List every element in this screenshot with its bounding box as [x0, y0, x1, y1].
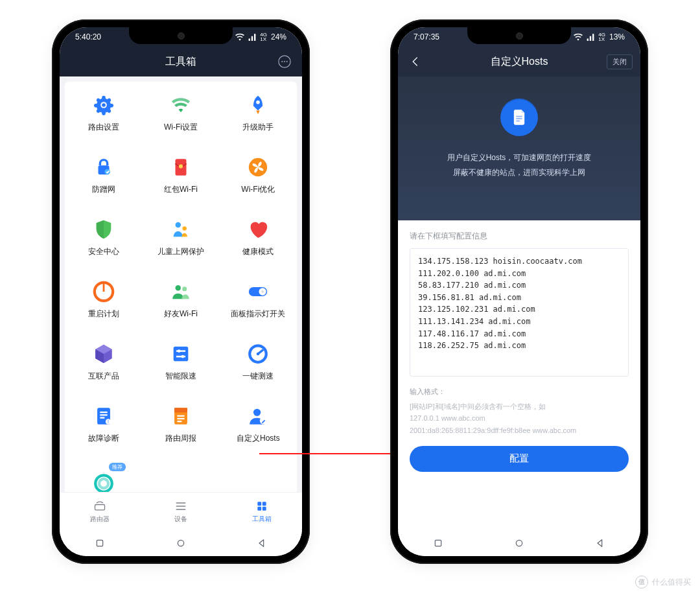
tool-panel-led[interactable]: 面板指示灯开关 — [220, 268, 297, 331]
hero-line-1: 用户自定义Hosts，可加速网页的打开速度 — [447, 150, 592, 165]
svg-rect-45 — [257, 502, 261, 506]
tool-upgrade-assist[interactable]: 升级助手 — [220, 82, 297, 144]
hint-example-2: 2001:da8:265:8811:29a:9dff:fe9f:b8ee www… — [410, 425, 629, 437]
tool-security-center[interactable]: 安全中心 — [65, 206, 142, 268]
svg-text:!: ! — [108, 419, 109, 425]
phone-left-frame: 5:40:20 4G1X 24% 工具箱 路由设置Wi-Fi设置升级助手防蹭网红… — [52, 19, 310, 564]
wifi-status-icon — [235, 33, 244, 41]
svg-point-3 — [286, 61, 288, 62]
page-title: 工具箱 — [165, 55, 196, 69]
tool-custom-hosts[interactable]: 自定义Hosts — [220, 393, 297, 455]
svg-point-24 — [178, 349, 181, 353]
svg-point-43 — [99, 479, 108, 488]
tool-wifi-optimize[interactable]: Wi-Fi优化 — [220, 144, 297, 206]
hosts-textarea[interactable]: 134.175.158.123 hoisin.coocaatv.com 111.… — [410, 248, 629, 377]
chevron-left-icon — [410, 56, 421, 67]
status-net: 4G1X — [260, 32, 267, 41]
nav-home[interactable] — [167, 537, 194, 549]
tab-router[interactable]: 路由器 — [60, 493, 141, 530]
wifi-icon — [169, 93, 192, 117]
textarea-label: 请在下框填写配置信息 — [410, 231, 629, 242]
tool-label: Wi-Fi设置 — [164, 122, 198, 133]
nav-back[interactable] — [587, 537, 614, 549]
svg-rect-37 — [177, 415, 184, 416]
tool-label: 好友Wi-Fi — [164, 309, 198, 320]
wifi-status-icon — [574, 33, 583, 41]
tool-interlink[interactable]: 互联产品 — [65, 331, 142, 393]
document-icon — [510, 108, 528, 126]
more-button[interactable] — [276, 53, 293, 70]
tool-smart-limit[interactable]: 智能限速 — [142, 331, 219, 393]
svg-point-6 — [102, 103, 106, 107]
svg-point-28 — [257, 352, 260, 355]
svg-rect-39 — [177, 421, 181, 422]
tool-label: 红包Wi-Fi — [164, 184, 198, 195]
tool-label: Wi-Fi优化 — [241, 184, 275, 195]
svg-rect-47 — [257, 506, 261, 510]
phone-right-frame: 7:07:35 4G1X 13% 自定义Hosts 关闭 — [390, 19, 648, 564]
tool-label: 儿童上网保护 — [158, 246, 204, 257]
tool-wifi-settings[interactable]: Wi-Fi设置 — [142, 82, 219, 144]
tool-label: 健康模式 — [242, 246, 274, 257]
hint-example-1: 127.0.0.1 www.abc.com — [410, 412, 629, 425]
power-icon — [92, 280, 115, 303]
configure-button[interactable]: 配置 — [410, 446, 629, 472]
tool-router-settings[interactable]: 路由设置 — [65, 82, 142, 144]
svg-rect-36 — [174, 408, 187, 412]
svg-rect-46 — [262, 502, 266, 506]
tool-label: 面板指示灯开关 — [231, 309, 285, 320]
svg-rect-31 — [100, 414, 107, 415]
svg-point-7 — [256, 100, 260, 104]
tool-label: 重启计划 — [88, 309, 119, 320]
tool-label: 自定义Hosts — [237, 433, 280, 444]
nav-back[interactable] — [248, 537, 275, 549]
tool-label: 路由周报 — [165, 433, 196, 444]
tool-speed-test[interactable]: 一键测速 — [220, 331, 297, 393]
tool-label: 路由设置 — [88, 122, 119, 133]
status-battery: 13% — [609, 32, 625, 41]
tab-devices[interactable]: 设备 — [141, 493, 222, 530]
svg-point-9 — [104, 169, 110, 174]
tool-reboot-plan[interactable]: 重启计划 — [65, 268, 142, 331]
hint-line: [网站IP]和[域名]中间必须含有一个空格，如 — [410, 401, 629, 413]
list-icon — [174, 500, 187, 513]
hint-block: 输入格式： [网站IP]和[域名]中间必须含有一个空格，如 127.0.0.1 … — [410, 386, 629, 437]
tool-label: 防蹭网 — [92, 184, 115, 195]
rocket-icon — [246, 93, 270, 117]
docalert-icon: ! — [92, 404, 115, 428]
nav-recent[interactable] — [86, 537, 113, 549]
nav-recent[interactable] — [425, 537, 452, 549]
tool-friends-wifi[interactable]: 好友Wi-Fi — [142, 268, 219, 331]
hero-line-2: 屏蔽不健康的站点，进而实现科学上网 — [447, 165, 592, 180]
tool-label: 安全中心 — [88, 246, 119, 257]
svg-rect-53 — [516, 116, 522, 117]
tool-child-protect[interactable]: 儿童上网保护 — [142, 206, 219, 268]
tool-anti-squat[interactable]: 防蹭网 — [65, 144, 142, 206]
hero-section: 用户自定义Hosts，可加速网页的打开速度 屏蔽不健康的站点，进而实现科学上网 — [398, 76, 640, 220]
tool-redpacket-wifi[interactable]: 红包Wi-Fi — [142, 144, 219, 206]
back-button[interactable] — [407, 53, 424, 70]
tool-health-mode[interactable]: 健康模式 — [220, 206, 297, 268]
redpack-icon — [169, 156, 192, 179]
tool-label: 智能限速 — [165, 371, 196, 382]
svg-point-18 — [182, 286, 187, 291]
close-button[interactable]: 关闭 — [607, 54, 633, 69]
gauge-icon — [246, 342, 270, 366]
tool-extra[interactable]: 推荐 — [65, 455, 142, 492]
svg-point-50 — [178, 540, 183, 546]
notch — [467, 27, 571, 44]
watermark: 值什么值得买 — [635, 576, 691, 589]
tool-fault-diag[interactable]: !故障诊断 — [65, 393, 142, 455]
tool-router-weekly[interactable]: 路由周报 — [142, 393, 219, 455]
toolbox-scroll[interactable]: 路由设置Wi-Fi设置升级助手防蹭网红包Wi-FiWi-Fi优化安全中心儿童上网… — [60, 76, 302, 492]
tab-toolbox[interactable]: 工具箱 — [221, 493, 302, 530]
grid-icon — [255, 500, 268, 513]
hero-icon — [500, 99, 538, 136]
nav-home[interactable] — [506, 537, 533, 549]
svg-point-21 — [261, 290, 264, 293]
shield-icon — [92, 218, 115, 241]
android-nav — [60, 530, 302, 556]
svg-rect-44 — [95, 504, 105, 509]
svg-point-17 — [175, 285, 181, 291]
router-icon — [93, 500, 106, 513]
